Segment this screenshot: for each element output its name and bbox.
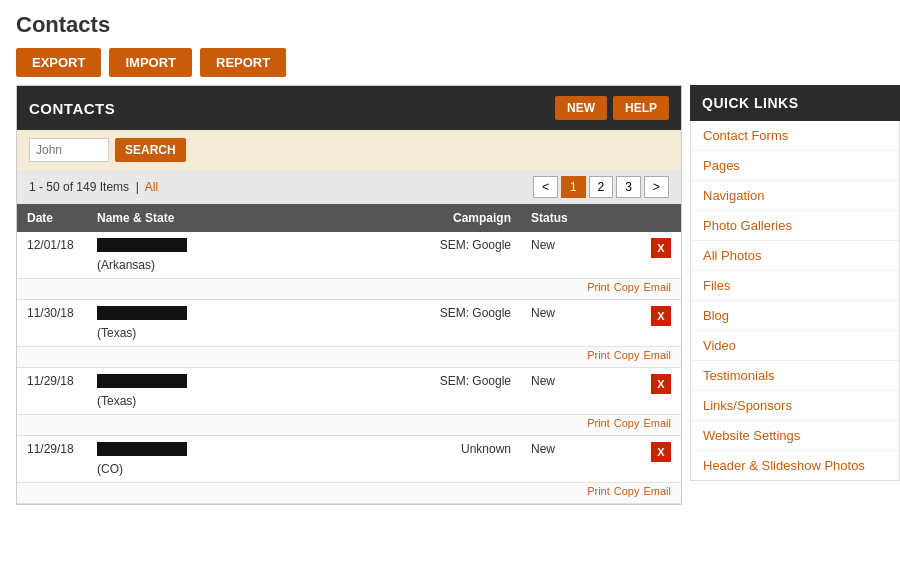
action-copy[interactable]: Copy xyxy=(614,281,640,293)
action-email[interactable]: Email xyxy=(643,349,671,361)
row-campaign: SEM: Google xyxy=(391,368,521,415)
row-date: 11/29/18 xyxy=(17,436,87,483)
action-email[interactable]: Email xyxy=(643,417,671,429)
row-action-links: PrintCopyEmail xyxy=(17,347,681,368)
content-area: CONTACTS NEW HELP SEARCH 1 - 50 of 149 I… xyxy=(0,85,690,505)
sidebar-link-photo-galleries[interactable]: Photo Galleries xyxy=(691,211,899,241)
table-row: 12/01/18 (Arkansas) SEM: Google New X xyxy=(17,232,681,279)
row-action-links: PrintCopyEmail xyxy=(17,483,681,504)
row-name-state: (Texas) xyxy=(87,300,391,347)
delete-button[interactable]: X xyxy=(651,306,671,326)
delete-button[interactable]: X xyxy=(651,442,671,462)
table-header-row: Date Name & State Campaign Status xyxy=(17,204,681,232)
row-name-state: (Arkansas) xyxy=(87,232,391,279)
sidebar-link-files[interactable]: Files xyxy=(691,271,899,301)
top-buttons: EXPORT IMPORT REPORT xyxy=(16,48,884,77)
import-button[interactable]: IMPORT xyxy=(109,48,192,77)
row-name-state: (CO) xyxy=(87,436,391,483)
table-row: 11/29/18 (Texas) SEM: Google New X xyxy=(17,368,681,415)
pagination-info-text: 1 - 50 of 149 Items xyxy=(29,180,129,194)
contacts-panel-header: CONTACTS NEW HELP xyxy=(17,86,681,130)
row-delete: X xyxy=(601,232,681,279)
export-button[interactable]: EXPORT xyxy=(16,48,101,77)
row-state: (CO) xyxy=(97,462,123,476)
action-print[interactable]: Print xyxy=(587,349,610,361)
page-2-button[interactable]: 2 xyxy=(589,176,614,198)
row-date: 12/01/18 xyxy=(17,232,87,279)
contacts-panel-title: CONTACTS xyxy=(29,100,115,117)
search-bar: SEARCH xyxy=(17,130,681,170)
row-campaign: SEM: Google xyxy=(391,300,521,347)
sidebar-link-contact-forms[interactable]: Contact Forms xyxy=(691,121,899,151)
action-email[interactable]: Email xyxy=(643,485,671,497)
col-name-state: Name & State xyxy=(87,204,391,232)
sidebar-link-pages[interactable]: Pages xyxy=(691,151,899,181)
col-status: Status xyxy=(521,204,601,232)
table-row-actions: PrintCopyEmail xyxy=(17,415,681,436)
action-copy[interactable]: Copy xyxy=(614,485,640,497)
quick-links-sidebar: QUICK LINKS Contact FormsPagesNavigation… xyxy=(690,85,900,505)
row-delete: X xyxy=(601,300,681,347)
row-state: (Texas) xyxy=(97,394,136,408)
action-copy[interactable]: Copy xyxy=(614,417,640,429)
report-button[interactable]: REPORT xyxy=(200,48,286,77)
help-button[interactable]: HELP xyxy=(613,96,669,120)
row-state: (Arkansas) xyxy=(97,258,155,272)
row-status: New xyxy=(521,436,601,483)
action-print[interactable]: Print xyxy=(587,485,610,497)
redacted-name xyxy=(97,442,187,456)
col-actions xyxy=(601,204,681,232)
pagination-controls: < 1 2 3 > xyxy=(533,176,669,198)
sidebar-link-all-photos[interactable]: All Photos xyxy=(691,241,899,271)
sidebar-link-video[interactable]: Video xyxy=(691,331,899,361)
prev-page-button[interactable]: < xyxy=(533,176,558,198)
action-print[interactable]: Print xyxy=(587,417,610,429)
redacted-name xyxy=(97,238,187,252)
col-campaign: Campaign xyxy=(391,204,521,232)
search-input[interactable] xyxy=(29,138,109,162)
sidebar-link-website-settings[interactable]: Website Settings xyxy=(691,421,899,451)
row-name-state: (Texas) xyxy=(87,368,391,415)
page-3-button[interactable]: 3 xyxy=(616,176,641,198)
table-row-actions: PrintCopyEmail xyxy=(17,279,681,300)
table-row-actions: PrintCopyEmail xyxy=(17,347,681,368)
search-button[interactable]: SEARCH xyxy=(115,138,186,162)
next-page-button[interactable]: > xyxy=(644,176,669,198)
pagination-bar: 1 - 50 of 149 Items | All < 1 2 3 > xyxy=(17,170,681,204)
row-status: New xyxy=(521,232,601,279)
row-action-links: PrintCopyEmail xyxy=(17,279,681,300)
row-delete: X xyxy=(601,436,681,483)
contacts-table: Date Name & State Campaign Status 12/01/… xyxy=(17,204,681,504)
row-delete: X xyxy=(601,368,681,415)
all-link[interactable]: All xyxy=(145,180,158,194)
new-contact-button[interactable]: NEW xyxy=(555,96,607,120)
action-print[interactable]: Print xyxy=(587,281,610,293)
row-date: 11/29/18 xyxy=(17,368,87,415)
contacts-panel: CONTACTS NEW HELP SEARCH 1 - 50 of 149 I… xyxy=(16,85,682,505)
table-row: 11/29/18 (CO) Unknown New X xyxy=(17,436,681,483)
sidebar-link-testimonials[interactable]: Testimonials xyxy=(691,361,899,391)
page-header: Contacts EXPORT IMPORT REPORT xyxy=(0,0,900,85)
row-campaign: Unknown xyxy=(391,436,521,483)
page-1-button[interactable]: 1 xyxy=(561,176,586,198)
main-layout: CONTACTS NEW HELP SEARCH 1 - 50 of 149 I… xyxy=(0,85,900,505)
sidebar-link-header-slideshow-photos[interactable]: Header & Slideshow Photos xyxy=(691,451,899,480)
row-status: New xyxy=(521,368,601,415)
pagination-info: 1 - 50 of 149 Items | All xyxy=(29,180,158,194)
row-status: New xyxy=(521,300,601,347)
delete-button[interactable]: X xyxy=(651,238,671,258)
redacted-name xyxy=(97,374,187,388)
action-copy[interactable]: Copy xyxy=(614,349,640,361)
page-title: Contacts xyxy=(16,12,884,38)
delete-button[interactable]: X xyxy=(651,374,671,394)
sidebar-link-links-sponsors[interactable]: Links/Sponsors xyxy=(691,391,899,421)
row-action-links: PrintCopyEmail xyxy=(17,415,681,436)
table-row-actions: PrintCopyEmail xyxy=(17,483,681,504)
sidebar-links-container: Contact FormsPagesNavigationPhoto Galler… xyxy=(690,121,900,481)
row-date: 11/30/18 xyxy=(17,300,87,347)
sidebar-title: QUICK LINKS xyxy=(690,85,900,121)
sidebar-link-blog[interactable]: Blog xyxy=(691,301,899,331)
action-email[interactable]: Email xyxy=(643,281,671,293)
row-campaign: SEM: Google xyxy=(391,232,521,279)
sidebar-link-navigation[interactable]: Navigation xyxy=(691,181,899,211)
